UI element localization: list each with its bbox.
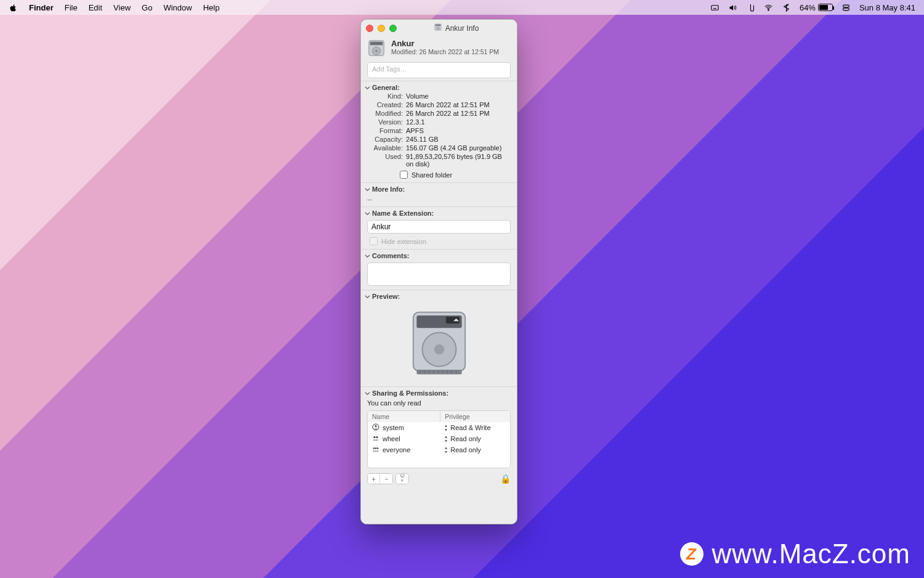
permissions-table: Name Privilege system ▴▾Read & Write whe… bbox=[367, 410, 511, 468]
general-row: Kind:Volume bbox=[361, 92, 517, 101]
svg-rect-6 bbox=[843, 5, 849, 7]
section-name-extension-header[interactable]: Name & Extension: bbox=[361, 207, 517, 218]
minimize-button[interactable] bbox=[378, 25, 385, 32]
svg-rect-9 bbox=[435, 25, 440, 26]
section-name-extension: Name & Extension: Hide extension bbox=[361, 206, 517, 249]
general-row: Format:APFS bbox=[361, 127, 517, 136]
menu-view[interactable]: View bbox=[113, 3, 131, 12]
section-more-info: More Info: -- bbox=[361, 182, 517, 206]
table-row: system ▴▾Read & Write bbox=[368, 422, 510, 433]
svg-point-35 bbox=[373, 447, 375, 449]
chevron-down-icon bbox=[365, 253, 370, 259]
svg-point-36 bbox=[375, 447, 377, 449]
general-row: Modified:26 March 2022 at 12:51 PM bbox=[361, 110, 517, 118]
section-sharing-header[interactable]: Sharing & Permissions: bbox=[361, 387, 517, 398]
comments-field[interactable] bbox=[367, 263, 511, 286]
section-sharing-permissions: Sharing & Permissions: You can only read… bbox=[361, 386, 517, 488]
table-row: everyone ▴▾Read only bbox=[368, 444, 510, 455]
svg-point-32 bbox=[375, 425, 377, 427]
header-summary: Ankur Modified: 26 March 2022 at 12:51 P… bbox=[361, 36, 517, 62]
general-row: Version:12.3.1 bbox=[361, 118, 517, 127]
chevron-down-icon bbox=[365, 391, 370, 396]
name-input[interactable] bbox=[367, 220, 511, 234]
section-comments-header[interactable]: Comments: bbox=[361, 250, 517, 261]
shared-folder-checkbox[interactable] bbox=[400, 171, 408, 179]
svg-rect-12 bbox=[370, 42, 383, 46]
group-icon bbox=[372, 434, 379, 443]
section-more-info-header[interactable]: More Info: bbox=[361, 183, 517, 194]
hide-extension-label: Hide extension bbox=[381, 238, 426, 245]
shared-folder-row: Shared folder bbox=[361, 169, 517, 182]
general-row: Used:91,89,53,20,576 bytes (91.9 GB on d… bbox=[361, 153, 517, 169]
svg-rect-21 bbox=[416, 370, 461, 374]
close-button[interactable] bbox=[366, 25, 373, 32]
preview-image bbox=[361, 301, 517, 386]
perm-col-privilege: Privilege bbox=[440, 411, 510, 422]
zoom-button[interactable] bbox=[389, 25, 397, 32]
menu-window[interactable]: Window bbox=[163, 3, 192, 12]
battery-status[interactable]: 64% bbox=[800, 3, 833, 12]
tags-field[interactable]: Add Tags… bbox=[367, 62, 511, 78]
control-center-icon[interactable] bbox=[841, 3, 851, 12]
menu-go[interactable]: Go bbox=[142, 3, 152, 12]
bluetooth-icon[interactable] bbox=[782, 3, 791, 12]
svg-point-10 bbox=[436, 26, 439, 30]
svg-rect-0 bbox=[711, 5, 718, 10]
volume-icon-large bbox=[367, 39, 386, 59]
volume-name: Ankur bbox=[391, 39, 499, 48]
volume-icon[interactable] bbox=[728, 3, 737, 12]
section-general-header[interactable]: General: bbox=[361, 81, 517, 92]
menubar: Finder File Edit View Go Window Help 64%… bbox=[0, 0, 924, 15]
general-row: Created:26 March 2022 at 12:51 PM bbox=[361, 101, 517, 110]
watermark: Z www.MacZ.com bbox=[680, 539, 910, 569]
svg-point-37 bbox=[377, 447, 379, 449]
chevron-down-icon bbox=[365, 211, 370, 216]
privilege-select[interactable]: ▴▾Read only bbox=[440, 444, 510, 455]
chevron-down-icon bbox=[365, 187, 370, 192]
hard-disk-icon bbox=[434, 23, 442, 33]
svg-point-20 bbox=[434, 344, 444, 355]
battery-percent: 64% bbox=[800, 3, 816, 12]
general-row: Capacity:245.11 GB bbox=[361, 136, 517, 144]
chevron-down-icon bbox=[365, 85, 370, 91]
perm-col-name: Name bbox=[368, 411, 440, 422]
watermark-logo-icon: Z bbox=[680, 542, 703, 566]
get-info-window: Ankur Info Ankur Modified: 26 March 2022… bbox=[360, 19, 517, 524]
apple-menu-icon[interactable] bbox=[9, 3, 18, 12]
menu-help[interactable]: Help bbox=[203, 3, 220, 12]
lock-icon[interactable]: 🔒 bbox=[500, 474, 511, 484]
watermark-text: www.MacZ.com bbox=[712, 539, 910, 569]
keyboard-icon[interactable] bbox=[710, 3, 719, 12]
volume-modified: Modified: 26 March 2022 at 12:51 PM bbox=[391, 48, 499, 55]
add-user-button[interactable]: ＋ bbox=[368, 474, 380, 484]
svg-rect-7 bbox=[843, 8, 849, 10]
privilege-select[interactable]: ▴▾Read only bbox=[440, 433, 510, 444]
menu-edit[interactable]: Edit bbox=[89, 3, 102, 12]
section-preview-header[interactable]: Preview: bbox=[361, 290, 517, 301]
svg-point-34 bbox=[376, 436, 378, 438]
user-icon bbox=[372, 423, 379, 432]
privilege-select[interactable]: ▴▾Read & Write bbox=[440, 422, 510, 433]
everyone-icon bbox=[372, 446, 379, 454]
table-row: wheel ▴▾Read only bbox=[368, 433, 510, 444]
menu-app-name[interactable]: Finder bbox=[29, 3, 54, 12]
menu-file[interactable]: File bbox=[65, 3, 78, 12]
battery-icon bbox=[818, 4, 833, 11]
permissions-message: You can only read bbox=[361, 398, 517, 409]
window-title: Ankur Info bbox=[445, 24, 479, 33]
wifi-icon[interactable] bbox=[764, 3, 773, 12]
action-menu-button[interactable]: ☺︎ ˅ bbox=[396, 474, 408, 484]
svg-point-14 bbox=[375, 50, 378, 52]
section-preview: Preview: bbox=[361, 290, 517, 386]
general-row: Available:156.07 GB (4.24 GB purgeable) bbox=[361, 144, 517, 153]
menubar-datetime[interactable]: Sun 8 May 8:41 bbox=[859, 3, 915, 12]
titlebar[interactable]: Ankur Info bbox=[361, 20, 517, 36]
attachment-icon[interactable] bbox=[746, 3, 755, 12]
remove-user-button[interactable]: － bbox=[380, 474, 392, 484]
section-general: General: Kind:Volume Created:26 March 20… bbox=[361, 81, 517, 182]
svg-point-33 bbox=[374, 436, 376, 438]
svg-point-5 bbox=[768, 9, 769, 10]
more-info-value: -- bbox=[361, 194, 517, 206]
hide-extension-checkbox bbox=[370, 237, 378, 245]
chevron-down-icon bbox=[365, 294, 370, 299]
